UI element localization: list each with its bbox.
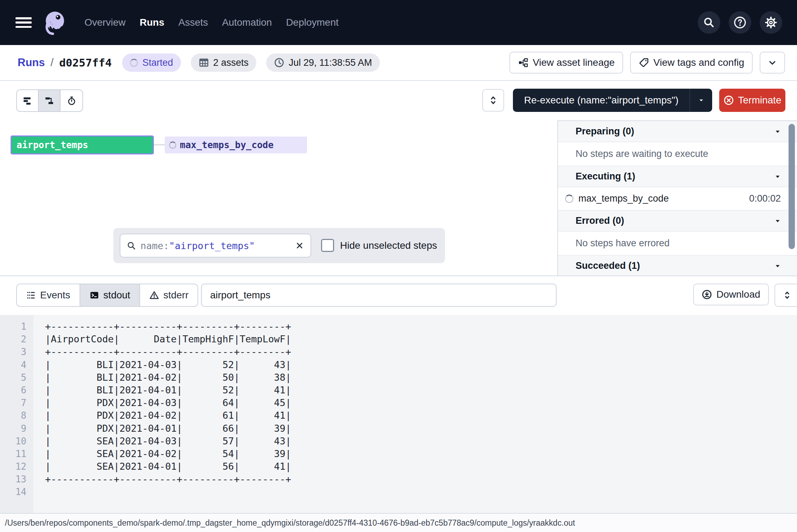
- log-line: +-----------+----------+---------+------…: [45, 346, 291, 358]
- section-header-succeeded[interactable]: Succeeded (1): [558, 255, 797, 277]
- menu-button[interactable]: [15, 17, 32, 28]
- stderr-warning-icon: [149, 290, 159, 300]
- log-line: | SEA|2021-04-01| 56| 41|: [45, 460, 291, 473]
- step-filter-bar: name: "airport_temps" Hide unselected st…: [113, 228, 445, 263]
- breadcrumb-separator: /: [51, 56, 54, 69]
- reexecute-button[interactable]: Re-execute (name:"airport_temps"): [513, 89, 690, 112]
- clear-search-button[interactable]: [295, 241, 304, 250]
- nav-item-automation[interactable]: Automation: [222, 17, 272, 28]
- flat-view-icon: [23, 96, 32, 105]
- unfold-vertical-icon: [783, 290, 792, 300]
- search-button[interactable]: [698, 11, 720, 34]
- waterfall-view-button[interactable]: [39, 90, 61, 111]
- settings-button[interactable]: [760, 11, 782, 34]
- caret-down-icon: [697, 96, 705, 104]
- chevron-down-icon: [767, 58, 777, 68]
- spinner-icon: [169, 141, 176, 149]
- gantt-node-airport-temps[interactable]: airport_temps: [11, 135, 154, 154]
- top-nav: Overview Runs Assets Automation Deployme…: [0, 0, 797, 45]
- view-tags-and-config-button[interactable]: View tags and config: [630, 52, 753, 74]
- log-content: +-----------+----------+---------+------…: [33, 315, 291, 513]
- log-line: | PDX|2021-04-02| 61| 41|: [45, 409, 291, 422]
- breadcrumb-run-id: d0257ff4: [59, 56, 112, 69]
- run-steps-panel: Preparing (0) No steps are waiting to ex…: [557, 120, 797, 276]
- nav-item-deployment[interactable]: Deployment: [286, 17, 338, 28]
- tab-events[interactable]: Events: [17, 284, 80, 306]
- search-query-prefix: name:: [140, 240, 169, 251]
- scrollbar-thumb[interactable]: [789, 124, 795, 249]
- log-line: | BLI|2021-04-02| 50| 38|: [45, 371, 291, 384]
- gantt-edge: [154, 144, 165, 145]
- log-line: | BLI|2021-04-03| 52| 43|: [45, 359, 291, 371]
- tab-stdout[interactable]: stdout: [80, 284, 140, 306]
- section-title: Errored (0): [576, 215, 624, 226]
- line-number: 3: [0, 346, 26, 358]
- run-gantt-section: Re-execute (name:"airport_temps") Termin…: [0, 81, 797, 276]
- errored-empty-row: No steps have errored: [558, 232, 797, 255]
- hide-unselected-label: Hide unselected steps: [340, 228, 437, 263]
- gear-icon: [765, 16, 777, 29]
- stdout-log-viewer[interactable]: 1 2 3 4 5 6 7 8 9 10 11 12 13 14 +------…: [0, 315, 797, 513]
- flat-view-button[interactable]: [17, 90, 39, 111]
- line-number: 10: [0, 435, 26, 448]
- tab-stderr[interactable]: stderr: [140, 284, 198, 306]
- log-line: | PDX|2021-04-03| 64| 45|: [45, 397, 291, 409]
- log-toolbar: Events stdout stderr: [0, 276, 797, 315]
- run-header-bar: Runs / d0257ff4 Started 2 assets Jul 29,…: [0, 45, 797, 81]
- nav-item-runs[interactable]: Runs: [140, 17, 164, 28]
- log-line: | SEA|2021-04-02| 54| 39|: [45, 448, 291, 460]
- hide-unselected-checkbox[interactable]: [321, 239, 334, 252]
- step-search-input[interactable]: name: "airport_temps": [120, 234, 311, 258]
- search-icon: [127, 241, 136, 251]
- step-elapsed-time: 0:00:02: [749, 193, 781, 204]
- executing-step-row[interactable]: max_temps_by_code 0:00:02: [558, 187, 797, 210]
- tab-label: stdout: [103, 290, 130, 301]
- log-line: +-----------+----------+---------+------…: [45, 320, 291, 333]
- line-number: 1: [0, 320, 26, 333]
- terminate-button[interactable]: Terminate: [719, 89, 785, 112]
- nav-item-overview[interactable]: Overview: [84, 17, 126, 28]
- gantt-node-max-temps-by-code[interactable]: max_temps_by_code: [165, 137, 307, 153]
- view-asset-lineage-label: View asset lineage: [533, 57, 615, 68]
- line-number: 11: [0, 448, 26, 460]
- chevron-down-icon: [774, 217, 782, 225]
- help-icon: [734, 16, 746, 29]
- tag-icon: [639, 57, 649, 68]
- download-button[interactable]: Download: [693, 284, 769, 305]
- gantt-zoom-controls-button[interactable]: [482, 89, 504, 112]
- log-step-filter-input[interactable]: [201, 284, 557, 307]
- more-run-actions-button[interactable]: [760, 52, 785, 74]
- line-number: 4: [0, 359, 26, 371]
- help-button[interactable]: [729, 11, 751, 34]
- line-number: 7: [0, 397, 26, 409]
- spinner-icon: [565, 195, 573, 203]
- breadcrumb-runs-link[interactable]: Runs: [18, 56, 45, 69]
- section-title: Succeeded (1): [576, 260, 640, 271]
- view-asset-lineage-button[interactable]: View asset lineage: [509, 52, 623, 74]
- timer-view-button[interactable]: [61, 90, 82, 111]
- section-header-preparing[interactable]: Preparing (0): [558, 121, 797, 142]
- log-line: |AirportCode| Date|TempHighF|TempLowF|: [45, 333, 291, 346]
- log-line: | PDX|2021-04-01| 66| 39|: [45, 422, 291, 435]
- spinner-icon: [130, 59, 138, 67]
- nav-right-icons: [698, 11, 782, 34]
- reexecute-dropdown-button[interactable]: [690, 89, 712, 112]
- lineage-icon: [518, 57, 528, 68]
- line-number: 2: [0, 333, 26, 346]
- gantt-node-label: max_temps_by_code: [180, 140, 274, 150]
- terminate-label: Terminate: [738, 95, 782, 106]
- log-line: | SEA|2021-04-03| 57| 43|: [45, 435, 291, 448]
- assets-count-badge[interactable]: 2 assets: [191, 53, 257, 72]
- dagster-logo[interactable]: [41, 7, 68, 38]
- step-name: max_temps_by_code: [578, 193, 669, 204]
- section-header-executing[interactable]: Executing (1): [558, 166, 797, 187]
- run-header-actions: View asset lineage View tags and config: [509, 52, 785, 74]
- nav-item-assets[interactable]: Assets: [178, 17, 208, 28]
- view-tags-and-config-label: View tags and config: [653, 57, 744, 68]
- line-number: 6: [0, 384, 26, 397]
- section-header-errored[interactable]: Errored (0): [558, 210, 797, 232]
- stopwatch-icon: [67, 96, 76, 106]
- close-icon: [295, 241, 304, 250]
- expand-log-panel-button[interactable]: [774, 284, 797, 307]
- dagster-run-page: Overview Runs Assets Automation Deployme…: [0, 0, 797, 532]
